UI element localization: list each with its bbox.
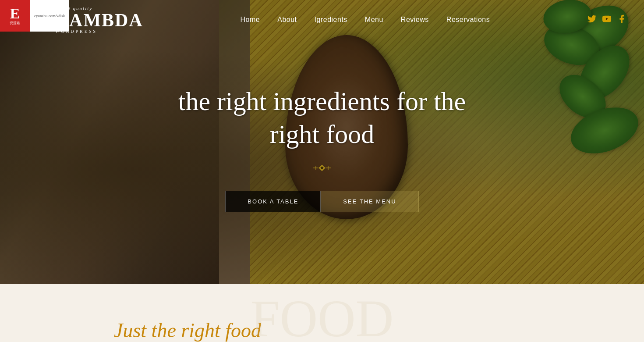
- bottom-watermark: FOOD: [0, 289, 644, 342]
- bottom-section: FOOD Just the right food: [0, 284, 644, 342]
- logo-badge-overlay: E 资源君 eyunzhu.com/vdisk: [0, 0, 69, 32]
- site-header: finest quality ΛAMBDA WORDPRESS Home Abo…: [0, 0, 644, 39]
- logo-url: eyunzhu.com/vdisk: [34, 14, 65, 18]
- twitter-icon[interactable]: [587, 14, 597, 26]
- logo-red-badge: E 资源君: [0, 0, 30, 32]
- main-nav: Home About Igredients Menu Reviews Reser…: [241, 16, 490, 24]
- hero-section: the right ingredients for the right food…: [0, 0, 644, 284]
- hero-title-line1: the right ingredients for the: [178, 87, 466, 116]
- facebook-icon[interactable]: [617, 14, 626, 26]
- hero-content: the right ingredients for the right food…: [0, 0, 644, 284]
- hero-title: the right ingredients for the right food: [178, 85, 466, 151]
- nav-menu[interactable]: Menu: [365, 16, 383, 24]
- hero-buttons: BOOK A TABLE SEE THE MENU: [225, 191, 418, 212]
- book-table-button[interactable]: BOOK A TABLE: [225, 191, 321, 212]
- bottom-title: Just the right food: [114, 319, 261, 342]
- divider-left: [264, 169, 308, 169]
- hero-divider: [264, 161, 380, 177]
- nav-home[interactable]: Home: [241, 16, 260, 24]
- youtube-icon[interactable]: [602, 14, 612, 26]
- logo-badge-text: 资源君: [10, 21, 20, 25]
- nav-ingredients[interactable]: Igredients: [315, 16, 347, 24]
- divider-right: [336, 169, 380, 169]
- logo-e-letter: E: [10, 6, 20, 21]
- see-menu-button[interactable]: SEE THE MENU: [321, 191, 418, 212]
- hero-title-line2: right food: [270, 120, 374, 149]
- social-icons: [587, 14, 626, 26]
- logo-white-badge: eyunzhu.com/vdisk: [30, 0, 69, 32]
- nav-reviews[interactable]: Reviews: [401, 16, 429, 24]
- divider-ornament: [313, 161, 331, 177]
- nav-about[interactable]: About: [277, 16, 297, 24]
- nav-reservations[interactable]: Reservations: [446, 16, 490, 24]
